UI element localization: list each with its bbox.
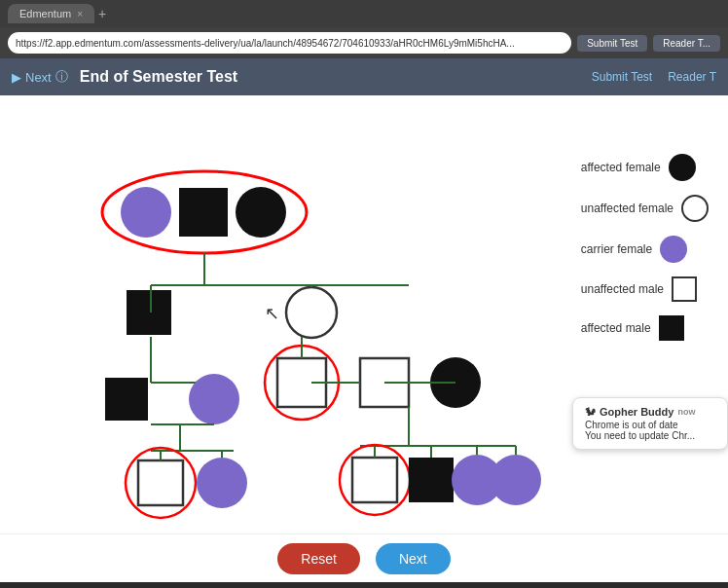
- svg-point-3: [236, 187, 286, 238]
- browser-top-bar: Edmentum × +: [0, 0, 728, 27]
- notification-message: Chrome is out of date: [585, 420, 715, 430]
- page-title: End of Semester Test: [80, 68, 580, 86]
- submit-test-top[interactable]: Submit Test: [592, 70, 652, 84]
- legend-label-unaffected-male: unaffected male: [581, 282, 664, 296]
- notification-sub: You need to update Chr...: [585, 430, 715, 441]
- notification-title: Gopher Buddy: [600, 406, 673, 418]
- address-text: https://f2.app.edmentum.com/assessments-…: [16, 38, 515, 49]
- info-icon: ⓘ: [55, 68, 68, 86]
- reader-tools-label: Reader T...: [663, 38, 710, 49]
- legend-affected-male: affected male: [581, 315, 709, 341]
- next-button[interactable]: Next: [376, 543, 451, 574]
- legend-label-affected-female: affected female: [581, 161, 661, 174]
- legend-unaffected-female: unaffected female: [581, 195, 709, 222]
- app-toolbar: ▶ Next ⓘ End of Semester Test Submit Tes…: [0, 58, 728, 95]
- legend: affected female unaffected female carrie…: [581, 154, 709, 341]
- notification-header: 🐿 Gopher Buddy now: [585, 406, 715, 418]
- toolbar-next-label: Next: [25, 70, 52, 85]
- toolbar-next-button[interactable]: ▶ Next ⓘ: [12, 68, 68, 86]
- submit-test-button[interactable]: Submit Test: [577, 35, 647, 52]
- submit-test-label: Submit Test: [587, 38, 637, 49]
- svg-text:↖: ↖: [265, 304, 279, 323]
- svg-point-1: [121, 187, 171, 238]
- tab-close-button[interactable]: ×: [77, 9, 83, 19]
- address-bar[interactable]: https://f2.app.edmentum.com/assessments-…: [8, 32, 571, 54]
- svg-rect-25: [352, 458, 397, 502]
- toolbar-right: Submit Test Reader T: [592, 70, 716, 84]
- reader-tools-top[interactable]: Reader T: [668, 70, 716, 84]
- legend-carrier-female: carrier female: [581, 236, 709, 263]
- svg-point-13: [189, 374, 239, 424]
- svg-rect-37: [138, 460, 183, 505]
- unaffected-female-icon: [681, 195, 709, 222]
- bottom-bar: Reset Next: [0, 533, 728, 582]
- legend-unaffected-male: unaffected male: [581, 276, 709, 302]
- reader-tools-button[interactable]: Reader T...: [653, 35, 720, 52]
- tab-label: Edmentum: [19, 8, 71, 19]
- legend-label-carrier-female: carrier female: [581, 242, 652, 256]
- tab-bar: Edmentum × +: [8, 4, 106, 23]
- reset-button[interactable]: Reset: [277, 543, 360, 574]
- gopher-icon: 🐿: [585, 406, 596, 418]
- affected-male-icon: [659, 315, 684, 341]
- active-tab[interactable]: Edmentum ×: [8, 4, 94, 23]
- svg-point-31: [491, 455, 541, 505]
- unaffected-male-icon: [672, 276, 697, 302]
- legend-affected-female: affected female: [581, 154, 709, 181]
- main-content: ↖ affected female unaffected female carr…: [0, 95, 728, 533]
- browser-nav-bar: https://f2.app.edmentum.com/assessments-…: [0, 27, 728, 58]
- reset-label: Reset: [301, 551, 337, 567]
- svg-rect-2: [179, 188, 228, 237]
- new-tab-button[interactable]: +: [98, 6, 106, 21]
- notification-time: now: [677, 407, 695, 417]
- svg-point-39: [197, 458, 247, 508]
- svg-rect-12: [105, 378, 148, 421]
- svg-point-8: [286, 287, 337, 338]
- footer: All rights reserved.: [0, 582, 728, 588]
- carrier-female-icon: [660, 236, 687, 263]
- svg-rect-27: [409, 458, 454, 502]
- legend-label-unaffected-female: unaffected female: [581, 202, 673, 215]
- next-icon: ▶: [12, 70, 21, 85]
- pedigree-chart: ↖: [0, 95, 584, 533]
- affected-female-icon: [669, 154, 696, 181]
- next-label: Next: [399, 551, 427, 567]
- svg-rect-6: [127, 290, 171, 335]
- notification-popup: 🐿 Gopher Buddy now Chrome is out of date…: [572, 397, 728, 450]
- legend-label-affected-male: affected male: [581, 321, 651, 335]
